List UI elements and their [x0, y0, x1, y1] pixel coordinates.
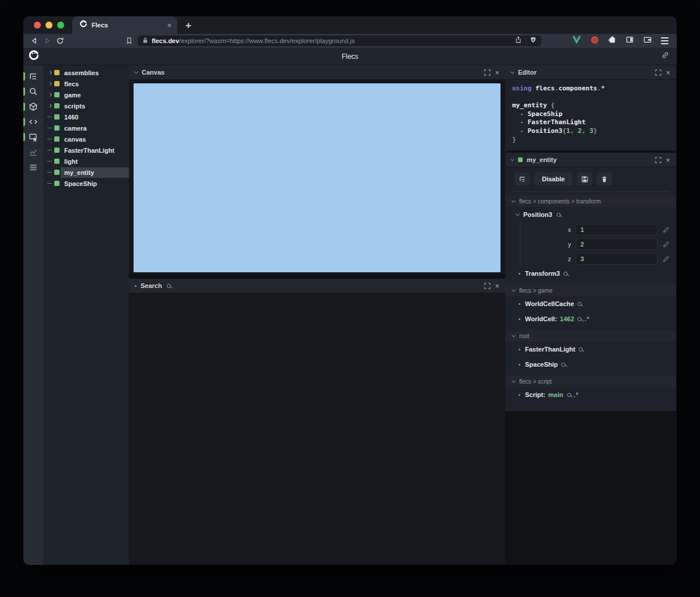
query-icon[interactable]	[567, 393, 571, 397]
disable-button[interactable]: Disable	[534, 173, 572, 185]
sidebar-item-outline-tree[interactable]	[23, 69, 43, 84]
field-input[interactable]: 2	[576, 238, 657, 250]
maximize-window-button[interactable]	[57, 22, 64, 29]
query-icon[interactable]	[579, 347, 583, 352]
search-icon[interactable]	[167, 284, 171, 288]
component-row-Position3[interactable]: Position3	[505, 207, 676, 222]
fullscreen-icon[interactable]	[484, 69, 491, 76]
leaf-dash-icon	[47, 139, 52, 140]
tree-item-SpaceShip[interactable]: SpaceShip	[43, 178, 129, 189]
code-line: - Position3{1, 2, 3}	[512, 127, 676, 136]
chevron-down-icon[interactable]	[134, 69, 138, 73]
edit-pencil-icon[interactable]	[663, 241, 670, 248]
bookmark-icon[interactable]	[123, 37, 135, 45]
component-row-Script[interactable]: Script:main.*	[505, 387, 676, 402]
component-name: SpaceShip	[525, 361, 558, 368]
query-icon[interactable]	[564, 272, 568, 276]
component-row-SpaceShip[interactable]: SpaceShip	[505, 357, 676, 372]
field-value: 3	[580, 255, 584, 262]
section-header[interactable]: flecs > components > transform	[505, 195, 676, 207]
forward-button[interactable]	[41, 37, 54, 45]
sidebar-item-inspector[interactable]	[23, 129, 43, 145]
sidebar-item-code[interactable]	[23, 114, 43, 129]
fullscreen-icon[interactable]	[655, 157, 662, 163]
sidebar-toggle-icon[interactable]	[625, 36, 634, 46]
extensions-puzzle-icon[interactable]	[608, 36, 617, 47]
chevron-right-icon[interactable]	[47, 93, 52, 96]
delete-button[interactable]	[597, 173, 612, 185]
fullscreen-icon[interactable]	[484, 283, 491, 289]
url-bar[interactable]: flecs.dev/explorer/?wasm=https://www.fle…	[138, 36, 541, 46]
close-window-button[interactable]	[34, 22, 41, 29]
tab-close-icon[interactable]: ×	[167, 22, 172, 29]
code-token: .	[555, 85, 559, 92]
tree-item-scripts[interactable]: scripts	[43, 100, 129, 111]
share-icon[interactable]	[514, 36, 522, 46]
red-extension-icon[interactable]	[590, 36, 599, 47]
query-icon[interactable]	[556, 213, 561, 217]
code-editor[interactable]: using flecs.components.* my_entity { - S…	[505, 80, 676, 150]
url-text: flecs.dev/explorer/?wasm=https://www.fle…	[152, 37, 511, 44]
reload-button[interactable]	[54, 37, 66, 45]
inspector-sections: flecs > components > transformPosition3x…	[505, 195, 676, 402]
browser-tab[interactable]: Flecs ×	[72, 16, 177, 34]
code-token: ,	[582, 127, 589, 135]
query-icon[interactable]	[578, 302, 582, 306]
sidebar-item-chart[interactable]	[23, 145, 43, 160]
section-header[interactable]: flecs > script	[505, 375, 676, 387]
save-button[interactable]	[577, 173, 592, 185]
field-row-z: z3	[520, 251, 676, 266]
new-tab-button[interactable]: +	[186, 20, 191, 31]
tree-item-camera[interactable]: camera	[43, 122, 129, 134]
field-input[interactable]: 3	[576, 253, 657, 265]
tree-item-my_entity[interactable]: my_entity	[43, 167, 129, 178]
tree-item-assemblies[interactable]: assemblies	[43, 67, 129, 78]
vue-devtools-icon[interactable]	[572, 36, 582, 47]
back-button[interactable]	[28, 37, 41, 45]
tree-view-button[interactable]	[514, 173, 530, 185]
close-panel-icon[interactable]: ×	[495, 282, 499, 290]
code-token: SpaceShip	[528, 110, 563, 118]
fullscreen-icon[interactable]	[655, 69, 662, 76]
chevron-down-icon[interactable]	[510, 157, 514, 161]
chevron-right-icon[interactable]	[47, 82, 52, 85]
wallet-icon[interactable]	[643, 36, 652, 46]
close-panel-icon[interactable]: ×	[495, 69, 499, 76]
close-panel-icon[interactable]: ×	[666, 69, 670, 76]
browser-menu-icon[interactable]	[661, 37, 668, 44]
brave-shield-icon[interactable]	[530, 36, 537, 46]
share-link-icon[interactable]	[661, 51, 670, 62]
tree-item-game[interactable]: game	[43, 89, 129, 100]
sidebar-item-search[interactable]	[23, 84, 43, 99]
tree-item-flecs[interactable]: flecs	[43, 78, 129, 89]
edit-pencil-icon[interactable]	[663, 226, 670, 233]
component-name: WorldCell:	[525, 315, 557, 322]
chevron-down-icon[interactable]	[516, 212, 520, 216]
sidebar-item-cube[interactable]	[23, 99, 43, 114]
chevron-right-icon[interactable]	[47, 104, 52, 107]
sidebar-item-rows[interactable]	[23, 160, 43, 175]
code-token: my_entity	[512, 101, 551, 109]
query-icon[interactable]	[561, 363, 565, 367]
section-header[interactable]: root	[505, 330, 676, 342]
bullet-icon	[135, 285, 136, 287]
component-row-FasterThanLight[interactable]: FasterThanLight	[505, 342, 676, 357]
tree-item-FasterThanLight[interactable]: FasterThanLight	[43, 145, 129, 156]
tree-item-light[interactable]: light	[43, 156, 129, 167]
chevron-right-icon[interactable]	[47, 71, 52, 74]
render-viewport[interactable]	[134, 83, 501, 272]
tree-item-label: 1460	[64, 114, 78, 121]
component-row-WorldCell[interactable]: WorldCell:1462.*	[505, 311, 676, 326]
close-panel-icon[interactable]: ×	[666, 156, 670, 164]
component-row-Transform3[interactable]: Transform3	[505, 266, 676, 281]
component-row-WorldCellCache[interactable]: WorldCellCache	[505, 296, 676, 311]
section-header[interactable]: flecs > game	[505, 285, 676, 296]
minimize-window-button[interactable]	[46, 22, 52, 29]
tree-item-canvas[interactable]: canvas	[43, 134, 129, 145]
chevron-down-icon[interactable]	[510, 69, 514, 73]
field-input[interactable]: 1	[576, 224, 657, 236]
tree-item-1460[interactable]: 1460	[43, 111, 129, 122]
edit-pencil-icon[interactable]	[663, 255, 670, 262]
leaf-dash-icon	[47, 161, 52, 162]
query-icon[interactable]	[578, 317, 582, 321]
